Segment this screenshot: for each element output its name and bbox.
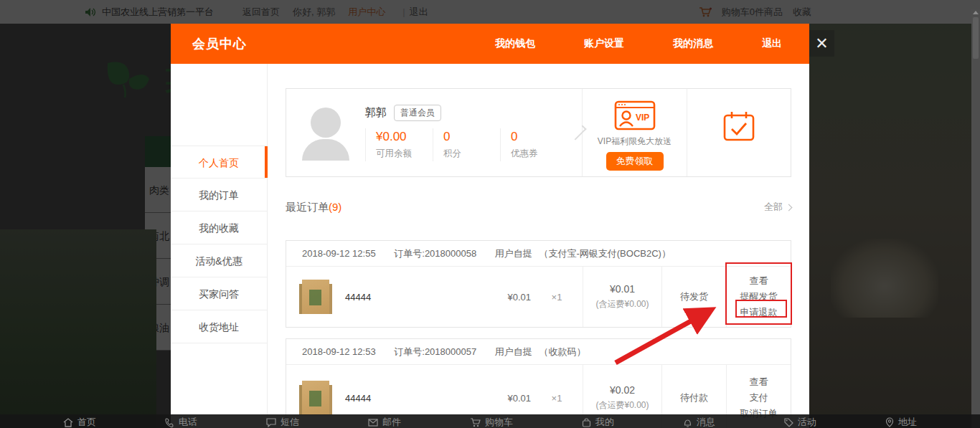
- vip-icon: VIP: [614, 99, 656, 132]
- modal-content: 郭郭 普通会员 ¥0.00 可用余额 0 积分: [268, 64, 809, 428]
- pin-icon: [885, 417, 894, 427]
- user-name: 郭郭: [365, 106, 387, 120]
- vip-promo-text: VIP福利限免大放送: [598, 135, 672, 148]
- page-scrollbar[interactable]: [971, 9, 980, 428]
- bottombar-item-mail[interactable]: 邮件: [368, 416, 401, 428]
- order-number: 订单号:2018000058: [394, 248, 476, 259]
- quantity: ×1: [531, 393, 583, 404]
- order-product-cell: 44444 ¥0.01 ×1: [286, 267, 583, 327]
- profile-card: 郭郭 普通会员 ¥0.00 可用余额 0 积分: [286, 88, 791, 177]
- scrollbar-up-arrow[interactable]: [973, 11, 979, 14]
- action-pay[interactable]: 支付: [750, 391, 768, 404]
- stat-balance[interactable]: ¥0.00 可用余额: [365, 128, 433, 161]
- product-thumbnail[interactable]: [302, 381, 329, 415]
- order-total: ¥0.02: [610, 384, 635, 396]
- sidebar-item-my-favorites[interactable]: 我的收藏: [171, 211, 267, 244]
- order-card: 2018-09-12 12:55 订单号:2018000058 用户自提 （支付…: [286, 240, 791, 328]
- order-payment: （收款码）: [539, 346, 585, 357]
- home-icon: [63, 418, 73, 427]
- order-total: ¥0.01: [610, 283, 635, 295]
- unit-price: ¥0.01: [507, 393, 531, 404]
- product-name[interactable]: 44444: [345, 393, 371, 404]
- bottombar-item-mine[interactable]: 我的: [582, 416, 614, 428]
- order-status: 待发货: [661, 267, 726, 327]
- bottombar-item-home[interactable]: 首页: [63, 416, 96, 428]
- nav-logout[interactable]: 退出: [762, 37, 782, 50]
- sidebar-item-personal-home[interactable]: 个人首页: [171, 146, 267, 179]
- sidebar-item-my-orders[interactable]: 我的订单: [171, 179, 267, 211]
- shipping-note: (含运费¥0.00): [595, 298, 649, 310]
- nav-my-wallet[interactable]: 我的钱包: [495, 37, 535, 50]
- shipping-note: (含运费¥0.00): [595, 399, 649, 412]
- vip-panel: VIP VIP福利限免大放送 免费领取: [582, 89, 687, 176]
- stat-points[interactable]: 0 积分: [433, 128, 500, 161]
- order-number: 订单号:2018000057: [394, 346, 476, 357]
- order-datetime: 2018-09-12 12:55: [302, 248, 376, 259]
- bottombar-item-activities[interactable]: 活动: [784, 416, 816, 428]
- sidebar-item-shipping-address[interactable]: 收货地址: [171, 310, 267, 343]
- view-all-link[interactable]: 全部: [764, 201, 791, 214]
- unit-price: ¥0.01: [507, 292, 531, 303]
- phone-icon: [165, 418, 174, 427]
- modal-header: 会员中心 我的钱包 账户设置 我的消息 退出: [171, 24, 809, 64]
- order-header: 2018-09-12 12:53 订单号:2018000057 用户自提 （收款…: [286, 339, 791, 365]
- order-actions-cell: 查看 提醒发货 申请退款: [726, 267, 791, 327]
- nav-account-settings[interactable]: 账户设置: [584, 37, 624, 50]
- order-header: 2018-09-12 12:55 订单号:2018000058 用户自提 （支付…: [286, 241, 791, 267]
- bottom-contact-bar: 首页 电话 短信 邮件 购物车 我的 消息 活动 地址: [0, 414, 980, 428]
- close-icon[interactable]: ✕: [809, 30, 834, 57]
- action-view[interactable]: 查看: [750, 275, 768, 287]
- bag-icon: [582, 418, 591, 427]
- nav-my-messages[interactable]: 我的消息: [673, 37, 713, 50]
- stat-coupons[interactable]: 0 优惠券: [500, 128, 567, 161]
- svg-text:VIP: VIP: [636, 113, 649, 123]
- bottombar-item-phone[interactable]: 电话: [165, 416, 197, 428]
- scrollbar-thumb[interactable]: [973, 17, 979, 59]
- avatar: [302, 105, 349, 161]
- modal-title: 会员中心: [192, 35, 247, 52]
- action-request-refund[interactable]: 申请退款: [740, 306, 778, 319]
- mail-icon: [368, 419, 378, 427]
- sidebar-item-activities-coupons[interactable]: 活动&优惠: [171, 244, 267, 277]
- recent-orders-heading: 最近订单(9): [286, 201, 341, 214]
- product-thumbnail[interactable]: [302, 280, 329, 314]
- action-view[interactable]: 查看: [750, 376, 768, 389]
- modal-sidebar: 个人首页 我的订单 我的收藏 活动&优惠 买家问答 收货地址: [171, 64, 268, 428]
- chevron-right-icon: [786, 204, 793, 211]
- modal-nav: 我的钱包 账户设置 我的消息 退出: [446, 37, 809, 50]
- bell-icon: [683, 418, 692, 427]
- chat-icon: [266, 418, 276, 427]
- order-total-cell: ¥0.01 (含运费¥0.00): [583, 267, 661, 327]
- order-delivery: 用户自提: [495, 248, 532, 259]
- bottombar-item-address[interactable]: 地址: [885, 416, 917, 428]
- signin-panel: [687, 89, 791, 176]
- order-payment: （支付宝-网银支付(BOCB2C)）: [539, 248, 670, 259]
- quantity: ×1: [531, 292, 583, 303]
- profile-summary: 郭郭 普通会员 ¥0.00 可用余额 0 积分: [286, 89, 582, 176]
- tag-icon: [784, 418, 793, 427]
- sidebar-item-buyer-qa[interactable]: 买家问答: [171, 277, 267, 310]
- member-center-modal: 会员中心 我的钱包 账户设置 我的消息 退出 ✕ 个人首页 我的订单 我的收藏 …: [171, 24, 809, 428]
- bottombar-item-sms[interactable]: 短信: [266, 416, 299, 428]
- calendar-check-icon[interactable]: [722, 110, 755, 142]
- order-delivery: 用户自提: [495, 346, 532, 357]
- cart-icon: [470, 418, 481, 427]
- product-name[interactable]: 44444: [345, 292, 371, 303]
- member-level-badge: 普通会员: [394, 105, 441, 121]
- bottombar-item-messages[interactable]: 消息: [683, 416, 715, 428]
- bottombar-item-cart[interactable]: 购物车: [470, 416, 513, 428]
- action-remind-shipment[interactable]: 提醒发货: [740, 290, 778, 303]
- order-datetime: 2018-09-12 12:53: [302, 346, 376, 357]
- free-claim-button[interactable]: 免费领取: [606, 152, 664, 171]
- orders-count: (9): [329, 201, 341, 213]
